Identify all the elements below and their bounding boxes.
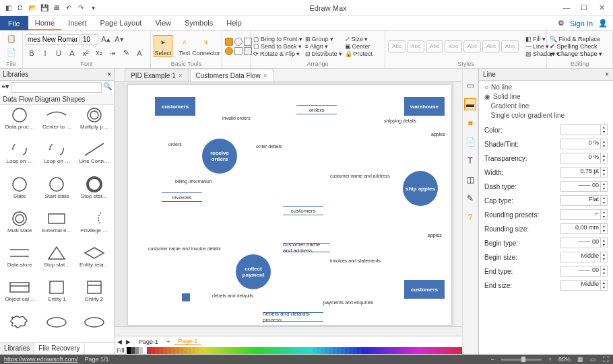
diagram-rect[interactable]: customers xyxy=(404,280,445,299)
line-type-gradient[interactable]: Gradient line xyxy=(484,102,608,110)
search-icon[interactable]: 🔍 xyxy=(103,82,112,93)
tab-symbols[interactable]: Symbols xyxy=(178,16,220,30)
line-tool[interactable]: ▬ xyxy=(464,98,476,110)
line-type-single-gradient[interactable]: Single color gradient line xyxy=(484,112,608,119)
bold-button[interactable]: B xyxy=(26,47,38,59)
line-panel-close[interactable]: × xyxy=(605,71,609,78)
shape-item[interactable] xyxy=(1,314,38,341)
style-gallery[interactable]: Abc Abc Abc Abc Abc Abc Abc xyxy=(388,40,519,52)
minimize-button[interactable]: — xyxy=(560,3,573,12)
doc-tab[interactable]: Customers Data Flow× xyxy=(190,69,273,81)
diagram-rect[interactable]: customers xyxy=(155,97,195,116)
shrink-font-icon[interactable]: A▾ xyxy=(113,34,125,46)
connector-tool[interactable]: ↯Connector xyxy=(197,36,216,57)
view-mode-icon[interactable]: ▦ xyxy=(577,356,583,363)
diagram-rect[interactable]: warehouse xyxy=(404,97,445,116)
shape-item[interactable]: Stop stat… xyxy=(38,244,75,278)
file-recovery-tab[interactable]: File Recovery xyxy=(34,343,84,355)
spelling-button[interactable]: ✔ Spelling Check xyxy=(550,43,602,50)
tab-home[interactable]: Home xyxy=(28,16,61,30)
shape-item[interactable]: Line Conn… xyxy=(76,141,112,174)
qat-btn[interactable]: ↶ xyxy=(63,3,74,13)
shape-item[interactable]: Center to … xyxy=(38,106,75,140)
diagram-circle[interactable]: collect payment xyxy=(236,254,271,289)
diagram-circle[interactable]: receive orders xyxy=(202,139,237,174)
qat-btn[interactable]: ↷ xyxy=(75,3,86,13)
help-tool[interactable]: ? xyxy=(464,211,476,223)
file-tab[interactable]: File xyxy=(0,16,28,30)
font-name-select[interactable] xyxy=(26,34,79,45)
copy-icon[interactable]: 📄 xyxy=(5,46,18,58)
group-button[interactable]: ⊞ Group ▾ xyxy=(305,36,342,42)
shape-item[interactable]: Entity 2 xyxy=(76,279,112,312)
shape-item[interactable]: Entity rela… xyxy=(76,244,112,278)
size-button[interactable]: ⤢ Size ▾ xyxy=(345,36,373,42)
diagram-datastore[interactable]: debets and defaults process xyxy=(263,312,323,322)
libraries-foot-tab[interactable]: Libraries xyxy=(0,343,34,355)
vertical-scrollbar[interactable] xyxy=(453,82,462,326)
shape-item[interactable]: Data store xyxy=(1,244,38,278)
diagram-datastore[interactable]: customer name and address xyxy=(283,243,330,252)
sign-in-link[interactable]: Sign In xyxy=(570,20,593,28)
tab-help[interactable]: Help xyxy=(220,16,249,30)
page-next[interactable]: ▶ xyxy=(126,338,131,345)
library-search-input[interactable] xyxy=(11,82,102,93)
distribute-button[interactable]: ⊟ Distribute ▾ xyxy=(305,50,342,57)
shape-item[interactable]: State xyxy=(1,176,38,209)
diagram-datastore[interactable]: customers xyxy=(283,206,323,215)
italic-button[interactable]: I xyxy=(39,47,51,59)
rotate-flip-button[interactable]: ⟳ Rotate & Flip ▾ xyxy=(253,50,302,57)
settings-icon[interactable]: ⚙ xyxy=(558,19,564,28)
bullets-button[interactable]: ∙≡ xyxy=(106,47,119,59)
diagram-circle[interactable]: ship apples xyxy=(403,171,438,206)
qat-btn[interactable]: 📂 xyxy=(27,3,38,13)
tab-page-layout[interactable]: Page Layout xyxy=(94,16,149,30)
subscript-button[interactable]: x₂ xyxy=(93,47,105,59)
library-category[interactable]: Data Flow Diagram Shapes xyxy=(0,94,114,105)
view-mode-icon[interactable]: ▭ xyxy=(590,356,596,363)
page-prev[interactable]: ◀ xyxy=(117,338,122,345)
shape-item[interactable]: Loop on … xyxy=(1,141,38,174)
shape-item[interactable]: Start state xyxy=(38,176,75,209)
strike-button[interactable]: A xyxy=(66,47,78,59)
library-menu-icon[interactable]: ≡▾ xyxy=(1,82,9,93)
add-page[interactable]: + xyxy=(166,338,170,345)
bring-front-button[interactable]: ▢ Bring to Front ▾ xyxy=(253,36,302,42)
shape-item[interactable]: Data proc… xyxy=(1,106,38,140)
paste-icon[interactable]: 📋 xyxy=(5,32,18,44)
superscript-button[interactable]: x² xyxy=(79,47,92,59)
shape-gallery[interactable] xyxy=(225,38,252,55)
close-icon[interactable]: × xyxy=(179,72,183,79)
zoom-out[interactable]: − xyxy=(490,356,494,363)
horizontal-scrollbar[interactable] xyxy=(115,326,462,336)
shape-item[interactable]: Object cal… xyxy=(1,279,38,312)
highlight-button[interactable]: ✎ xyxy=(120,47,132,59)
close-icon[interactable]: × xyxy=(263,72,267,79)
qat-btn[interactable]: 🖶 xyxy=(51,3,62,13)
shape-item[interactable]: Multi state xyxy=(1,210,38,244)
select-tool[interactable]: ➤Select xyxy=(154,35,172,57)
font-size-select[interactable] xyxy=(81,34,98,45)
fill-tool[interactable]: ▭ xyxy=(464,79,476,92)
qat-btn[interactable]: 💾 xyxy=(39,3,50,13)
send-back-button[interactable]: ▢ Send to Back ▾ xyxy=(253,43,302,50)
line-type-solid[interactable]: ◉Solid line xyxy=(484,93,608,100)
diagram-datastore[interactable]: invoices xyxy=(162,192,202,202)
theme-tool[interactable]: ✎ xyxy=(464,192,476,205)
align-button[interactable]: ≡ Align ▾ xyxy=(305,43,342,50)
diagram-datastore[interactable]: orders xyxy=(296,105,337,114)
page-tab-active[interactable]: Page-1 xyxy=(174,338,201,345)
canvas-viewport[interactable]: customerswarehousecustomersreceive order… xyxy=(115,82,462,336)
shape-item[interactable] xyxy=(76,314,112,341)
canvas[interactable]: customerswarehousecustomersreceive order… xyxy=(128,85,451,325)
maximize-button[interactable]: ☐ xyxy=(578,3,590,12)
shape-item[interactable]: Entity 1 xyxy=(38,279,75,312)
text-tool[interactable]: T xyxy=(464,155,476,167)
shadow-tool[interactable]: ■ xyxy=(464,117,476,129)
libraries-close[interactable]: × xyxy=(107,71,111,78)
text-tool[interactable]: AText xyxy=(175,36,194,57)
palette-swatches[interactable] xyxy=(127,347,470,354)
shape-item[interactable] xyxy=(38,314,75,341)
qat-more-btn[interactable]: ▾ xyxy=(88,3,98,13)
underline-button[interactable]: U xyxy=(53,47,65,59)
